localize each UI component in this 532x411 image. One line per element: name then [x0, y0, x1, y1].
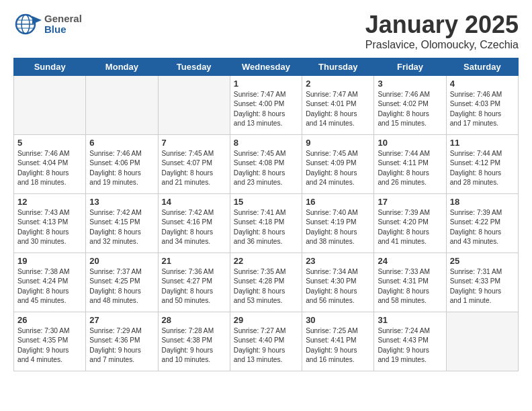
day-info: Sunrise: 7:38 AM Sunset: 4:24 PM Dayligh…	[17, 267, 82, 306]
day-number: 13	[89, 197, 154, 207]
day-number: 10	[378, 138, 442, 148]
weekday-header-monday: Monday	[86, 58, 158, 76]
logo-icon	[13, 11, 42, 38]
calendar-cell: 25Sunrise: 7:31 AM Sunset: 4:33 PM Dayli…	[446, 253, 518, 312]
day-info: Sunrise: 7:45 AM Sunset: 4:09 PM Dayligh…	[306, 149, 370, 187]
day-number: 31	[378, 315, 442, 325]
day-info: Sunrise: 7:34 AM Sunset: 4:30 PM Dayligh…	[306, 267, 370, 306]
day-number: 19	[17, 256, 82, 266]
calendar-cell: 16Sunrise: 7:40 AM Sunset: 4:19 PM Dayli…	[302, 194, 374, 253]
calendar-cell: 8Sunrise: 7:45 AM Sunset: 4:08 PM Daylig…	[230, 135, 302, 194]
day-info: Sunrise: 7:46 AM Sunset: 4:06 PM Dayligh…	[89, 149, 154, 187]
day-number: 1	[234, 79, 298, 89]
day-info: Sunrise: 7:27 AM Sunset: 4:40 PM Dayligh…	[234, 326, 298, 365]
day-number: 3	[378, 79, 442, 89]
logo-blue: Blue	[44, 24, 66, 35]
day-info: Sunrise: 7:46 AM Sunset: 4:02 PM Dayligh…	[378, 90, 442, 128]
day-number: 29	[234, 315, 298, 325]
calendar-cell: 15Sunrise: 7:41 AM Sunset: 4:18 PM Dayli…	[230, 194, 302, 253]
calendar-cell	[86, 76, 158, 135]
day-number: 14	[162, 197, 226, 207]
calendar-cell: 10Sunrise: 7:44 AM Sunset: 4:11 PM Dayli…	[374, 135, 446, 194]
day-number: 4	[450, 79, 515, 89]
logo-general: General	[44, 13, 82, 24]
day-number: 18	[450, 197, 515, 207]
calendar-cell: 27Sunrise: 7:29 AM Sunset: 4:36 PM Dayli…	[86, 312, 158, 371]
weekday-header-saturday: Saturday	[446, 58, 518, 76]
day-number: 2	[306, 79, 370, 89]
weekday-header-row: SundayMondayTuesdayWednesdayThursdayFrid…	[14, 58, 519, 76]
calendar-cell: 2Sunrise: 7:47 AM Sunset: 4:01 PM Daylig…	[302, 76, 374, 135]
day-info: Sunrise: 7:42 AM Sunset: 4:16 PM Dayligh…	[162, 208, 226, 246]
day-number: 27	[89, 315, 154, 325]
day-info: Sunrise: 7:35 AM Sunset: 4:28 PM Dayligh…	[234, 267, 298, 306]
day-number: 16	[306, 197, 370, 207]
page: General Blue January 2025 Praslavice, Ol…	[0, 0, 532, 382]
day-number: 15	[234, 197, 298, 207]
day-info: Sunrise: 7:37 AM Sunset: 4:25 PM Dayligh…	[89, 267, 154, 306]
calendar-cell: 31Sunrise: 7:24 AM Sunset: 4:43 PM Dayli…	[374, 312, 446, 371]
day-info: Sunrise: 7:25 AM Sunset: 4:41 PM Dayligh…	[306, 326, 370, 365]
day-info: Sunrise: 7:24 AM Sunset: 4:43 PM Dayligh…	[378, 326, 442, 365]
day-number: 20	[89, 256, 154, 266]
day-number: 24	[378, 256, 442, 266]
calendar-cell: 20Sunrise: 7:37 AM Sunset: 4:25 PM Dayli…	[86, 253, 158, 312]
calendar-cell: 12Sunrise: 7:43 AM Sunset: 4:13 PM Dayli…	[14, 194, 86, 253]
calendar-cell: 30Sunrise: 7:25 AM Sunset: 4:41 PM Dayli…	[302, 312, 374, 371]
calendar-cell: 6Sunrise: 7:46 AM Sunset: 4:06 PM Daylig…	[86, 135, 158, 194]
day-info: Sunrise: 7:33 AM Sunset: 4:31 PM Dayligh…	[378, 267, 442, 306]
calendar-cell: 26Sunrise: 7:30 AM Sunset: 4:35 PM Dayli…	[14, 312, 86, 371]
day-number: 7	[162, 138, 226, 148]
calendar-cell	[14, 76, 86, 135]
calendar-cell: 4Sunrise: 7:46 AM Sunset: 4:03 PM Daylig…	[446, 76, 518, 135]
day-number: 30	[306, 315, 370, 325]
day-number: 11	[450, 138, 515, 148]
week-row-4: 19Sunrise: 7:38 AM Sunset: 4:24 PM Dayli…	[14, 253, 519, 312]
header: General Blue January 2025 Praslavice, Ol…	[13, 11, 519, 51]
weekday-header-friday: Friday	[374, 58, 446, 76]
day-number: 25	[450, 256, 515, 266]
day-info: Sunrise: 7:45 AM Sunset: 4:08 PM Dayligh…	[234, 149, 298, 187]
day-number: 8	[234, 138, 298, 148]
day-info: Sunrise: 7:41 AM Sunset: 4:18 PM Dayligh…	[234, 208, 298, 246]
calendar-cell: 28Sunrise: 7:28 AM Sunset: 4:38 PM Dayli…	[158, 312, 230, 371]
calendar-cell: 13Sunrise: 7:42 AM Sunset: 4:15 PM Dayli…	[86, 194, 158, 253]
calendar-cell: 22Sunrise: 7:35 AM Sunset: 4:28 PM Dayli…	[230, 253, 302, 312]
calendar-cell: 9Sunrise: 7:45 AM Sunset: 4:09 PM Daylig…	[302, 135, 374, 194]
day-info: Sunrise: 7:47 AM Sunset: 4:01 PM Dayligh…	[306, 90, 370, 128]
week-row-5: 26Sunrise: 7:30 AM Sunset: 4:35 PM Dayli…	[14, 312, 519, 371]
location-subtitle: Praslavice, Olomoucky, Czechia	[365, 39, 519, 51]
day-info: Sunrise: 7:39 AM Sunset: 4:20 PM Dayligh…	[378, 208, 442, 246]
day-number: 28	[162, 315, 226, 325]
day-number: 26	[17, 315, 82, 325]
day-info: Sunrise: 7:43 AM Sunset: 4:13 PM Dayligh…	[17, 208, 82, 246]
week-row-3: 12Sunrise: 7:43 AM Sunset: 4:13 PM Dayli…	[14, 194, 519, 253]
day-info: Sunrise: 7:28 AM Sunset: 4:38 PM Dayligh…	[162, 326, 226, 365]
day-info: Sunrise: 7:45 AM Sunset: 4:07 PM Dayligh…	[162, 149, 226, 187]
day-number: 21	[162, 256, 226, 266]
calendar-cell	[446, 312, 518, 371]
day-number: 9	[306, 138, 370, 148]
day-info: Sunrise: 7:40 AM Sunset: 4:19 PM Dayligh…	[306, 208, 370, 246]
day-info: Sunrise: 7:47 AM Sunset: 4:00 PM Dayligh…	[234, 90, 298, 128]
day-number: 23	[306, 256, 370, 266]
month-title: January 2025	[365, 11, 519, 39]
calendar-cell: 3Sunrise: 7:46 AM Sunset: 4:02 PM Daylig…	[374, 76, 446, 135]
calendar-cell: 24Sunrise: 7:33 AM Sunset: 4:31 PM Dayli…	[374, 253, 446, 312]
day-info: Sunrise: 7:44 AM Sunset: 4:11 PM Dayligh…	[378, 149, 442, 187]
calendar-table: SundayMondayTuesdayWednesdayThursdayFrid…	[13, 58, 519, 371]
day-info: Sunrise: 7:46 AM Sunset: 4:03 PM Dayligh…	[450, 90, 515, 128]
calendar-cell	[158, 76, 230, 135]
calendar-cell: 19Sunrise: 7:38 AM Sunset: 4:24 PM Dayli…	[14, 253, 86, 312]
day-info: Sunrise: 7:46 AM Sunset: 4:04 PM Dayligh…	[17, 149, 82, 187]
calendar-cell: 18Sunrise: 7:39 AM Sunset: 4:22 PM Dayli…	[446, 194, 518, 253]
day-info: Sunrise: 7:39 AM Sunset: 4:22 PM Dayligh…	[450, 208, 515, 246]
calendar-cell: 1Sunrise: 7:47 AM Sunset: 4:00 PM Daylig…	[230, 76, 302, 135]
day-number: 12	[17, 197, 82, 207]
calendar-cell: 5Sunrise: 7:46 AM Sunset: 4:04 PM Daylig…	[14, 135, 86, 194]
calendar-cell: 29Sunrise: 7:27 AM Sunset: 4:40 PM Dayli…	[230, 312, 302, 371]
title-block: January 2025 Praslavice, Olomoucky, Czec…	[365, 11, 519, 51]
calendar-cell: 17Sunrise: 7:39 AM Sunset: 4:20 PM Dayli…	[374, 194, 446, 253]
week-row-2: 5Sunrise: 7:46 AM Sunset: 4:04 PM Daylig…	[14, 135, 519, 194]
day-info: Sunrise: 7:36 AM Sunset: 4:27 PM Dayligh…	[162, 267, 226, 306]
